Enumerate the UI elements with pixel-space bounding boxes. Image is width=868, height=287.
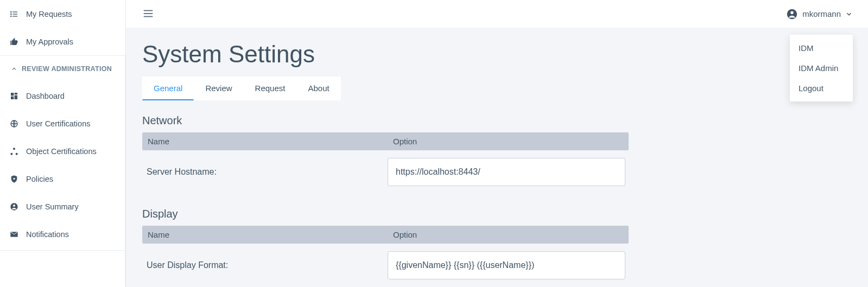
svg-point-5 xyxy=(11,16,11,16)
svg-point-16 xyxy=(13,205,15,207)
sidebar-item-my-approvals[interactable]: My Approvals xyxy=(0,28,125,55)
content-area: System Settings General Review Request A… xyxy=(126,28,868,287)
menu-toggle-button[interactable] xyxy=(142,8,155,21)
svg-rect-7 xyxy=(15,93,17,94)
mail-icon xyxy=(10,230,26,239)
svg-point-11 xyxy=(13,148,15,150)
section-title-display: Display xyxy=(142,208,852,220)
sidebar-item-my-requests[interactable]: My Requests xyxy=(0,0,125,28)
sidebar-section-review-admin[interactable]: REVIEW ADMINISTRATION xyxy=(0,56,125,82)
svg-point-12 xyxy=(10,152,12,155)
column-header-option: Option xyxy=(388,226,629,244)
tab-review[interactable]: Review xyxy=(194,76,243,100)
table-row: User Display Format: xyxy=(142,244,629,287)
svg-point-21 xyxy=(790,11,794,14)
tab-about[interactable]: About xyxy=(296,76,340,100)
svg-rect-9 xyxy=(11,96,14,99)
sidebar-item-user-certifications[interactable]: User Certifications xyxy=(0,110,125,137)
setting-label-server-hostname: Server Hostname: xyxy=(145,167,388,177)
thumb-up-icon xyxy=(10,37,26,46)
user-display-format-input[interactable] xyxy=(388,251,625,279)
object-cert-icon xyxy=(10,147,26,156)
sidebar-item-label: User Certifications xyxy=(26,119,90,128)
svg-point-13 xyxy=(16,152,18,155)
sidebar-item-label: My Requests xyxy=(26,10,72,18)
setting-label-user-display-format: User Display Format: xyxy=(145,260,388,270)
sidebar-item-label: User Summary xyxy=(26,202,79,211)
username-label: mkormann xyxy=(802,9,841,18)
sidebar-item-label: Notifications xyxy=(26,230,69,239)
user-menu-item-logout[interactable]: Logout xyxy=(790,78,853,98)
sidebar-divider xyxy=(0,250,125,251)
sidebar-item-notifications[interactable]: Notifications xyxy=(0,220,125,248)
list-icon xyxy=(10,10,26,18)
user-menu-trigger[interactable]: mkormann xyxy=(786,8,853,20)
main-area: mkormann System Settings General Review … xyxy=(126,0,868,287)
account-icon xyxy=(786,8,798,20)
table-header: Name Option xyxy=(142,132,629,150)
account-icon xyxy=(10,202,26,211)
sidebar-item-label: My Approvals xyxy=(26,37,73,46)
sidebar-item-label: Dashboard xyxy=(26,92,65,100)
svg-point-3 xyxy=(11,11,11,12)
svg-point-4 xyxy=(11,14,11,14)
settings-tabs: General Review Request About xyxy=(142,76,852,100)
globe-user-icon xyxy=(10,119,26,128)
tab-general[interactable]: General xyxy=(142,76,194,100)
sidebar: My Requests My Approvals REVIEW ADMINIST… xyxy=(0,0,126,287)
sidebar-item-label: Policies xyxy=(26,175,53,183)
sidebar-item-object-certifications[interactable]: Object Certifications xyxy=(0,137,125,165)
table-row: Server Hostname: xyxy=(142,150,629,194)
section-title-network: Network xyxy=(142,114,852,127)
sidebar-item-label: Object Certifications xyxy=(26,147,97,156)
svg-rect-6 xyxy=(11,93,14,95)
sidebar-section-label: REVIEW ADMINISTRATION xyxy=(22,65,112,73)
user-menu-item-idm-admin[interactable]: IDM Admin xyxy=(790,58,853,78)
sidebar-item-policies[interactable]: Policies xyxy=(0,165,125,193)
dashboard-icon xyxy=(10,92,26,100)
column-header-name: Name xyxy=(142,132,388,150)
column-header-name: Name xyxy=(142,226,388,244)
tab-request[interactable]: Request xyxy=(244,76,297,100)
user-menu-item-idm[interactable]: IDM xyxy=(790,38,853,58)
chevron-down-icon xyxy=(845,10,853,18)
svg-point-14 xyxy=(13,177,15,179)
shield-icon xyxy=(10,175,26,183)
sidebar-item-dashboard[interactable]: Dashboard xyxy=(0,82,125,110)
display-table: Name Option User Display Format: xyxy=(142,226,629,287)
topbar: mkormann xyxy=(126,0,868,28)
server-hostname-input[interactable] xyxy=(388,158,625,186)
chevron-up-icon xyxy=(11,66,17,72)
page-title: System Settings xyxy=(142,41,852,68)
user-dropdown-menu: IDM IDM Admin Logout xyxy=(790,35,853,101)
table-header: Name Option xyxy=(142,226,629,244)
svg-rect-8 xyxy=(15,95,17,99)
sidebar-item-user-summary[interactable]: User Summary xyxy=(0,193,125,220)
column-header-option: Option xyxy=(388,132,629,150)
network-table: Name Option Server Hostname: xyxy=(142,132,629,194)
